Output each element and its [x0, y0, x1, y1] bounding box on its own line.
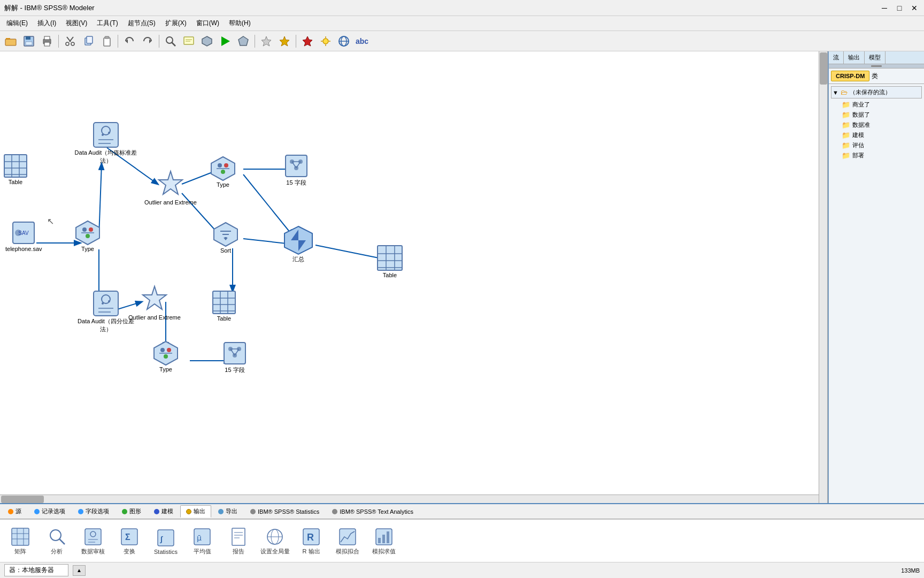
pal-tab-spss-text[interactable]: IBM® SPSS® Text Analytics	[326, 506, 419, 517]
svg-rect-154	[387, 531, 389, 543]
open-button[interactable]	[2, 33, 19, 49]
cut-button[interactable]	[61, 33, 79, 49]
annotate-button[interactable]	[180, 33, 197, 49]
menu-supernode[interactable]: 超节点(S)	[124, 17, 160, 29]
rp-tab-flow[interactable]: 流	[829, 51, 844, 64]
save-button[interactable]	[20, 33, 37, 49]
light-button[interactable]	[317, 33, 334, 49]
status-expand-button[interactable]: ▲	[73, 565, 86, 576]
pal-icon-report[interactable]: 报告	[222, 526, 255, 556]
redo-button[interactable]	[139, 33, 156, 49]
tree-item-4[interactable]: 📁 评估	[840, 140, 922, 150]
minimize-icon[interactable]: ─	[879, 3, 890, 13]
tree-item-1[interactable]: 📁 数据了	[840, 110, 922, 120]
node-table2[interactable]: Table	[211, 290, 237, 322]
node-table3-label: Table	[383, 272, 397, 278]
pal-icon-transform[interactable]: Σ 变换	[113, 526, 145, 556]
pal-tab-spss-stats[interactable]: IBM® SPSS® Statistics	[244, 506, 325, 517]
svg-point-114	[167, 348, 171, 352]
node-telephone[interactable]: SAV telephone.sav	[5, 220, 42, 252]
pal-icon-simgen[interactable]: 模拟求值	[368, 526, 400, 556]
pal-icon-dataaudit[interactable]: 数据审核	[77, 526, 109, 556]
pal-tab-field[interactable]: 字段选项	[72, 505, 115, 518]
tree-item-0[interactable]: 📁 商业了	[840, 100, 922, 110]
node-dataaudit1[interactable]: Data Audit（均值标准差法）	[74, 121, 138, 165]
crisp-dm-button[interactable]: CRISP-DM	[831, 71, 869, 81]
undo-button[interactable]	[121, 33, 138, 49]
paste-button[interactable]	[98, 33, 115, 49]
close-icon[interactable]: ✕	[909, 3, 920, 13]
svg-point-70	[86, 234, 90, 238]
node-type2[interactable]: Type	[210, 156, 236, 188]
pal-tab-export[interactable]: 导出	[212, 505, 243, 518]
pal-icon-mean[interactable]: μ̄ 平均值	[186, 526, 218, 556]
node-15fields1[interactable]: 15 字段	[283, 153, 309, 187]
pal-icon-setglobal-label: 设置全局量	[260, 547, 290, 556]
panel-divider[interactable]	[829, 64, 924, 69]
menu-insert[interactable]: 插入(I)	[33, 17, 60, 29]
menu-window[interactable]: 窗口(W)	[192, 17, 224, 29]
svg-marker-23	[202, 36, 212, 46]
canvas[interactable]: SAV telephone.sav Table	[0, 51, 828, 503]
menu-extend[interactable]: 扩展(X)	[161, 17, 191, 29]
node-huizong[interactable]: 汇总	[283, 225, 313, 263]
tree-item-label-2: 数据准	[852, 121, 870, 129]
maximize-icon[interactable]: □	[894, 3, 905, 13]
pal-tab-graph[interactable]: 图形	[116, 505, 147, 518]
pal-icon-statistics[interactable]: ∫ Statistics	[150, 527, 182, 555]
svg-point-115	[164, 354, 168, 359]
menu-view[interactable]: 视图(V)	[61, 17, 91, 29]
node-table1[interactable]: Table	[3, 153, 28, 185]
vertical-scrollbar[interactable]	[819, 51, 827, 503]
pal-icon-dataaudit-label: 数据审核	[81, 547, 105, 556]
horizontal-scrollbar[interactable]	[0, 495, 819, 503]
pal-icon-setglobal[interactable]: 设置全局量	[259, 526, 291, 556]
vertical-scrollbar-thumb[interactable]	[820, 52, 827, 85]
star2-button[interactable]	[276, 33, 293, 49]
svg-rect-20	[184, 37, 194, 44]
node-sort[interactable]: Sort	[213, 222, 238, 254]
copy-button[interactable]	[80, 33, 97, 49]
node-table3[interactable]: Table	[376, 244, 404, 278]
tree-item-5[interactable]: 📁 部署	[840, 150, 922, 161]
star1-button[interactable]	[258, 33, 275, 49]
svg-text:abc: abc	[356, 37, 368, 45]
pal-tab-record[interactable]: 记录选项	[28, 505, 71, 518]
run-button[interactable]	[217, 33, 234, 49]
pal-icon-rout[interactable]: R R 输出	[295, 526, 327, 556]
tree-children: 📁 商业了 📁 数据了 📁 数据准 📁 建模 📁 评估	[831, 100, 922, 161]
node-type2-label: Type	[217, 181, 229, 188]
tree-item-3[interactable]: 📁 建模	[840, 130, 922, 140]
node-dataaudit2[interactable]: Data Audit（四分位差法）	[74, 290, 138, 333]
model-button[interactable]	[335, 33, 352, 49]
horizontal-scrollbar-thumb[interactable]	[1, 496, 44, 503]
tab-dot-graph	[122, 509, 127, 514]
pal-tab-source[interactable]: 源	[2, 505, 27, 518]
pentagon-button[interactable]	[235, 33, 252, 49]
pal-tab-model[interactable]: 建模	[148, 505, 179, 518]
node-15fields2[interactable]: 15 字段	[222, 340, 248, 374]
simgen-icon	[373, 526, 395, 547]
menu-tools[interactable]: 工具(T)	[93, 17, 122, 29]
menu-edit[interactable]: 编辑(E)	[2, 17, 32, 29]
svg-marker-25	[238, 36, 248, 45]
tree-item-2[interactable]: 📁 数据准	[840, 120, 922, 130]
rout-icon: R	[301, 526, 322, 547]
node-outlier1[interactable]: Outlier and Extreme	[144, 169, 197, 206]
pal-tab-export-label: 导出	[226, 507, 237, 515]
hexagon-button[interactable]	[198, 33, 215, 49]
abc-button[interactable]: abc	[353, 33, 371, 49]
node-type3[interactable]: Type	[153, 340, 179, 372]
pin-button[interactable]	[299, 33, 316, 49]
search-button[interactable]	[162, 33, 179, 49]
rp-tab-output[interactable]: 输出	[844, 51, 865, 64]
print-button[interactable]	[38, 33, 56, 49]
pal-icon-table[interactable]: 矩阵	[4, 526, 36, 556]
rp-tab-model[interactable]: 模型	[865, 51, 886, 64]
pal-icon-simfit[interactable]: 模拟拟合	[332, 526, 364, 556]
pal-icon-analysis[interactable]: 分析	[41, 526, 73, 556]
node-table2-label: Table	[217, 315, 231, 322]
node-type1[interactable]: Type	[75, 220, 101, 252]
menu-help[interactable]: 帮助(H)	[225, 17, 255, 29]
pal-tab-output[interactable]: 输出	[180, 505, 211, 518]
